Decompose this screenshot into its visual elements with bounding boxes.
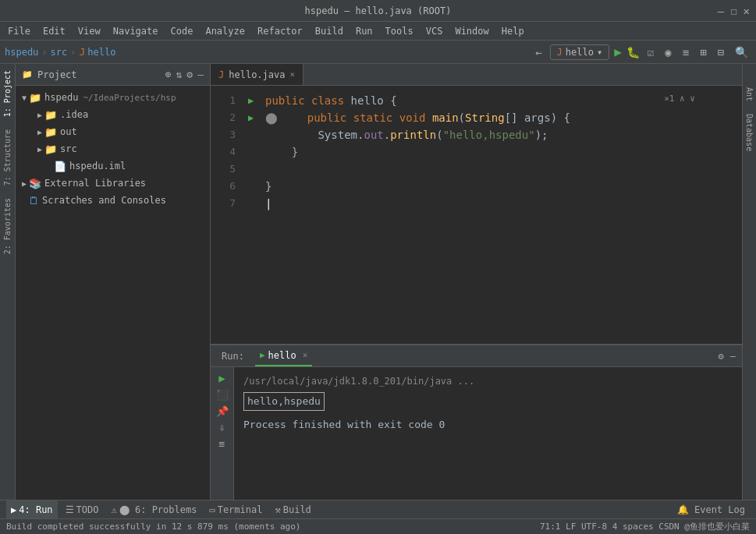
tree-item-iml[interactable]: ▶ 📄 hspedu.iml — [16, 157, 210, 175]
right-tab-ant[interactable]: Ant — [745, 87, 754, 101]
tree-item-out[interactable]: ▶ 📁 out — [16, 123, 210, 140]
bottom-panel-controls: ⚙ — — [719, 351, 736, 362]
line-numbers: 1 2 3 4 5 6 7 — [211, 86, 242, 344]
sidebar-tab-favorites[interactable]: 2: Favorites — [2, 195, 13, 257]
breadcrumb: hspedu › src › J hello — [5, 46, 115, 58]
menu-item-edit[interactable]: Edit — [38, 24, 70, 38]
run-finish-line: Process finished with exit code 0 — [243, 417, 733, 433]
run-panel: ▶ ⬛ 📌 ⇩ ≡ /usr/local/java/jdk1.8.0_201/b… — [211, 367, 742, 500]
tree-item-idea[interactable]: ▶ 📁 .idea — [16, 106, 210, 123]
editor-area: J hello.java × 1 2 3 4 5 6 7 ▶ public cl… — [211, 64, 742, 500]
coverage-button[interactable]: ☑ — [644, 44, 657, 60]
run-config-dropdown[interactable]: J hello ▾ — [550, 44, 610, 60]
run-tab-close[interactable]: × — [303, 350, 308, 360]
menu-bar: FileEditViewNavigateCodeAnalyzeRefactorB… — [0, 22, 756, 41]
run-scroll-btn[interactable]: ⇩ — [219, 422, 225, 433]
project-add-btn[interactable]: ⊕ — [165, 69, 172, 80]
tree-item-external-libs[interactable]: ▶ 📚 External Libraries — [16, 175, 210, 192]
run-pin-btn[interactable]: 📌 — [216, 405, 229, 417]
nav-bar: hspedu › src › J hello ← J hello ▾ ▶ 🐛 ☑… — [0, 41, 756, 64]
editor-breadcrumb: ×1 ∧ ∨ — [664, 90, 695, 108]
tree-item-hspedu[interactable]: ▼ 📁 hspedu ~/IdeaProjects/hsp — [16, 89, 210, 106]
menu-item-navigate[interactable]: Navigate — [108, 24, 163, 38]
back-icon[interactable]: ← — [532, 44, 545, 60]
right-sidebar: Ant Database — [742, 64, 756, 500]
menu-item-build[interactable]: Build — [311, 24, 348, 38]
run-output-line: hello,hspedu — [243, 392, 733, 417]
project-settings-btn[interactable]: ⚙ — [186, 69, 193, 80]
bottom-tab-label: Run: — [217, 345, 249, 366]
editor-tab-hello[interactable]: J hello.java × — [211, 64, 303, 85]
code-content[interactable]: ▶ public class hello { ▶ ⬤ public static… — [242, 86, 742, 344]
tree-item-src[interactable]: ▶ 📁 src — [16, 140, 210, 157]
editor-tabs: J hello.java × — [211, 64, 742, 86]
code-line-4: ▶ } — [248, 143, 736, 161]
breadcrumb-file[interactable]: J hello — [80, 46, 116, 58]
bottom-tab-run[interactable]: ▶ hello × — [255, 345, 312, 366]
minimize-button[interactable]: — — [718, 5, 724, 17]
project-tree: ▼ 📁 hspedu ~/IdeaProjects/hsp ▶ 📁 .idea … — [16, 86, 210, 500]
project-panel-title: Project — [37, 69, 161, 80]
menu-item-refactor[interactable]: Refactor — [253, 24, 307, 38]
nav-icon2[interactable]: ⊟ — [715, 44, 727, 60]
bottom-panel: Run: ▶ hello × ⚙ — ▶ ⬛ 📌 ⇩ ≡ — [211, 344, 742, 500]
status-tab-problems[interactable]: ⚠ ⬤ 6: Problems — [107, 500, 202, 518]
bottom-collapse-icon[interactable]: — — [730, 351, 736, 362]
window-title: hspedu – hello.java (ROOT) — [305, 5, 452, 16]
profile-button[interactable]: ◉ — [662, 44, 674, 60]
debug-button[interactable]: 🐛 — [626, 46, 640, 58]
search-icon[interactable]: 🔍 — [732, 44, 751, 60]
run-stop-btn[interactable]: ⬛ — [216, 389, 229, 401]
run-gutter-1[interactable]: ▶ — [248, 92, 261, 109]
project-sort-btn[interactable]: ⇅ — [176, 69, 183, 80]
menu-item-code[interactable]: Code — [166, 24, 198, 38]
run-restart-btn[interactable]: ▶ — [218, 372, 225, 384]
code-line-6: ▶ } — [248, 178, 736, 195]
code-editor[interactable]: 1 2 3 4 5 6 7 ▶ public class hello { ▶ ⬤ — [211, 86, 742, 344]
title-bar: hspedu – hello.java (ROOT) — ☐ ✕ — [0, 0, 756, 22]
nav-icon1[interactable]: ⊞ — [697, 44, 709, 60]
more-run-options[interactable]: ≡ — [680, 44, 692, 60]
menu-item-view[interactable]: View — [73, 24, 105, 38]
menu-item-run[interactable]: Run — [351, 24, 378, 38]
status-tab-run[interactable]: ▶ 4: Run — [6, 500, 58, 518]
breadcrumb-src[interactable]: src — [51, 47, 68, 58]
sidebar-tab-structure[interactable]: 7: Structure — [2, 126, 13, 189]
run-gutter-2[interactable]: ▶ — [248, 109, 261, 126]
bottom-settings-icon[interactable]: ⚙ — [719, 351, 724, 362]
run-filter-btn[interactable]: ≡ — [219, 438, 225, 450]
maximize-button[interactable]: ☐ — [730, 5, 736, 17]
sidebar-tab-project[interactable]: 1: Project — [2, 67, 13, 120]
tab-close-btn[interactable]: × — [289, 69, 295, 80]
menu-item-analyze[interactable]: Analyze — [201, 24, 250, 38]
status-bar: Build completed successfully in 12 s 879… — [0, 518, 756, 534]
menu-item-help[interactable]: Help — [497, 24, 529, 38]
menu-item-tools[interactable]: Tools — [381, 24, 418, 38]
status-tab-terminal[interactable]: ▭ Terminal — [204, 500, 267, 518]
menu-item-file[interactable]: File — [3, 24, 35, 38]
code-line-2: ▶ ⬤ public static void main(String[] arg… — [248, 109, 736, 126]
run-button[interactable]: ▶ — [614, 44, 622, 59]
bottom-panel-tabs: Run: ▶ hello × ⚙ — — [211, 345, 742, 367]
breadcrumb-project[interactable]: hspedu — [5, 47, 38, 58]
status-tab-build[interactable]: ⚒ Build — [270, 500, 315, 518]
run-output: /usr/local/java/jdk1.8.0_201/bin/java ..… — [234, 367, 742, 500]
menu-item-window[interactable]: Window — [450, 24, 493, 38]
menu-item-vcs[interactable]: VCS — [421, 24, 448, 38]
code-line-7: ▶ — [248, 195, 736, 212]
status-tabs-bar: ▶ 4: Run ☰ TODO ⚠ ⬤ 6: Problems ▭ Termin… — [0, 500, 756, 518]
status-left-text: Build completed successfully in 12 s 879… — [6, 522, 301, 532]
close-button[interactable]: ✕ — [744, 5, 750, 17]
tree-item-scratches[interactable]: ▶ 🗒 Scratches and Consoles — [16, 192, 210, 209]
run-cmd-line: /usr/local/java/jdk1.8.0_201/bin/java ..… — [243, 373, 733, 389]
code-line-3: ▶ System.out.println("hello,hspedu"); — [248, 126, 736, 143]
status-right-text: 71:1 LF UTF-8 4 spaces CSDN @鱼排也爱小白菜 — [540, 521, 750, 532]
right-tab-database[interactable]: Database — [745, 114, 754, 151]
project-collapse-btn[interactable]: — — [197, 69, 204, 80]
project-panel-header: 📁 Project ⊕ ⇅ ⚙ — — [16, 64, 210, 86]
project-panel: 📁 Project ⊕ ⇅ ⚙ — ▼ 📁 hspedu ~/IdeaProje… — [16, 64, 211, 500]
code-line-1: ▶ public class hello { — [248, 92, 736, 109]
toolbar-run-area: ← J hello ▾ ▶ 🐛 ☑ ◉ ≡ ⊞ ⊟ 🔍 — [532, 44, 751, 60]
status-tab-todo[interactable]: ☰ TODO — [61, 500, 104, 518]
status-tab-event-log[interactable]: 🔔 Event Log — [673, 500, 750, 518]
